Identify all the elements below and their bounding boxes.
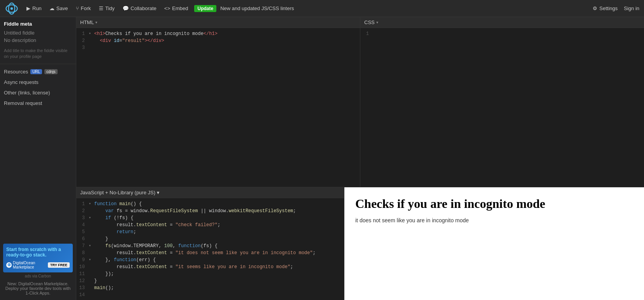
code-text: var fs = window.RequestFileSystem || win… [94, 208, 296, 215]
update-badge: Update [194, 5, 216, 12]
code-line: 11 }); [76, 270, 344, 277]
fiddle-desc[interactable]: No description [0, 37, 76, 46]
js-editor-header: JavaScript + No-Library (pure JS) ▾ [76, 187, 344, 198]
line-number: 1 [76, 201, 89, 208]
code-text: <div id="result"></div> [94, 37, 164, 44]
embed-icon: <> [164, 5, 170, 11]
save-icon: ☁ [49, 5, 54, 11]
html-editor-header: HTML ▾ [76, 17, 360, 28]
fiddle-title[interactable]: Untitled fiddle [0, 29, 76, 37]
ad-carbon-label: ads via Carbon [3, 272, 73, 280]
svg-point-2 [11, 7, 13, 9]
async-label: Async requests [4, 79, 39, 85]
js-dropdown-arrow[interactable]: ▾ [157, 190, 160, 195]
result-heading: Checks if you are in incognito mode [355, 197, 633, 211]
run-button[interactable]: ▶ Run [23, 4, 45, 13]
line-number: 11 [76, 270, 89, 277]
code-text: result.textContent = "it seems like you … [94, 263, 293, 270]
try-free-button[interactable]: TRY FREE [48, 262, 70, 268]
collaborate-label: Collaborate [131, 5, 157, 11]
sidebar-divider1 [0, 64, 76, 64]
code-text: result.textContent = "it does not seem l… [94, 249, 316, 256]
url-tag[interactable]: URL [30, 69, 42, 74]
do-logo: ⦿ DigitalOcean Marketplace [6, 261, 35, 269]
top-editors: HTML ▾ 1▾<h1>Checks if you are in incogn… [76, 17, 644, 187]
html-editor-pane: HTML ▾ 1▾<h1>Checks if you are in incogn… [76, 17, 360, 187]
fold-arrow: ▾ [89, 256, 94, 263]
line-number: 6 [76, 235, 89, 242]
bottom-editors: JavaScript + No-Library (pure JS) ▾ 1▾fu… [76, 187, 644, 300]
tidy-label: Tidy [105, 5, 115, 11]
other-label: Other (links, license) [4, 90, 50, 96]
code-text: function main() { [94, 201, 142, 208]
run-icon: ▶ [26, 5, 30, 11]
cdnjs-tag[interactable]: cdnjs [44, 69, 57, 74]
code-text: return; [94, 228, 136, 235]
code-line: 1 [360, 30, 644, 37]
code-text: }, function(err) { [94, 256, 156, 263]
html-dropdown-arrow[interactable]: ▾ [95, 20, 97, 24]
logo[interactable] [5, 2, 19, 16]
code-text: } [94, 277, 97, 284]
code-text: if (!fs) { [94, 215, 133, 222]
fork-icon: ⑂ [76, 5, 79, 11]
sidebar-item-other[interactable]: Other (links, license) [0, 87, 76, 98]
fold-arrow: ▾ [89, 201, 94, 208]
line-number: 5 [76, 228, 89, 235]
code-text: main(); [94, 284, 114, 291]
settings-button[interactable]: ⚙ Settings [593, 5, 618, 11]
tidy-button[interactable]: ☰ Tidy [96, 4, 118, 13]
code-line: 2 var fs = window.RequestFileSystem || w… [76, 208, 344, 215]
nav-right: ⚙ Settings Sign in [593, 5, 639, 11]
code-line: 4 result.textContent = "check failed?"; [76, 222, 344, 228]
line-number: 13 [76, 284, 89, 291]
line-number: 10 [76, 263, 89, 270]
signin-button[interactable]: Sign in [624, 5, 639, 11]
css-editor-content[interactable]: 1 [360, 28, 644, 187]
js-editor-content[interactable]: 1▾function main() {2 var fs = window.Req… [76, 198, 344, 300]
css-editor-header: CSS ▾ [360, 17, 644, 28]
line-number: 3 [76, 44, 89, 51]
sidebar-item-removal[interactable]: Removal request [0, 98, 76, 108]
line-number: 14 [76, 291, 89, 298]
save-button[interactable]: ☁ Save [46, 4, 71, 13]
fiddle-meta-title: Fiddle meta [0, 17, 76, 29]
embed-label: Embed [172, 5, 188, 11]
line-number: 9 [76, 256, 89, 263]
settings-icon: ⚙ [593, 5, 597, 11]
result-pane: Checks if you are in incognito mode it d… [344, 187, 644, 300]
do-circle-icon: ⦿ [6, 262, 12, 268]
fork-button[interactable]: ⑂ Fork [73, 4, 94, 13]
line-number: 2 [76, 37, 89, 44]
code-line: 5 return; [76, 228, 344, 235]
embed-button[interactable]: <> Embed [161, 4, 191, 13]
code-text: fs(window.TEMPORARY, 100, function(fs) { [94, 242, 218, 249]
line-number: 2 [76, 208, 89, 215]
sidebar-item-async[interactable]: Async requests [0, 77, 76, 87]
code-line: 2 <div id="result"></div> [76, 37, 360, 44]
signin-label: Sign in [624, 5, 639, 11]
editors-area: HTML ▾ 1▾<h1>Checks if you are in incogn… [76, 17, 644, 300]
result-content: Checks if you are in incognito mode it d… [344, 187, 644, 233]
code-line: 8 result.textContent = "it does not seem… [76, 249, 344, 256]
css-editor-pane: CSS ▾ 1 [360, 17, 644, 187]
code-line: 7▾ fs(window.TEMPORARY, 100, function(fs… [76, 242, 344, 249]
sidebar-item-resources[interactable]: Resources URL cdnjs [0, 66, 76, 77]
ad-title: Start from scratch with a ready-to-go st… [6, 247, 70, 258]
code-line: 6 } [76, 235, 344, 242]
code-line: 12 } [76, 277, 344, 284]
css-dropdown-arrow[interactable]: ▾ [376, 20, 378, 24]
code-line: 9▾ }, function(err) { [76, 256, 344, 263]
code-line: 14 [76, 291, 344, 298]
collaborate-button[interactable]: 💬 Collaborate [119, 4, 160, 13]
html-editor-content[interactable]: 1▾<h1>Checks if you are in incognito mod… [76, 28, 360, 187]
topnav: ▶ Run ☁ Save ⑂ Fork ☰ Tidy 💬 Collaborate… [0, 0, 644, 17]
js-label: JavaScript + No-Library (pure JS) [80, 190, 155, 195]
code-line: 13 main(); [76, 284, 344, 291]
code-text: }); [94, 270, 114, 277]
removal-label: Removal request [4, 100, 42, 106]
tidy-icon: ☰ [99, 5, 104, 11]
ad-box[interactable]: Start from scratch with a ready-to-go st… [3, 244, 73, 272]
code-line: 10 result.textContent = "it seems like y… [76, 263, 344, 270]
line-number: 3 [76, 215, 89, 222]
